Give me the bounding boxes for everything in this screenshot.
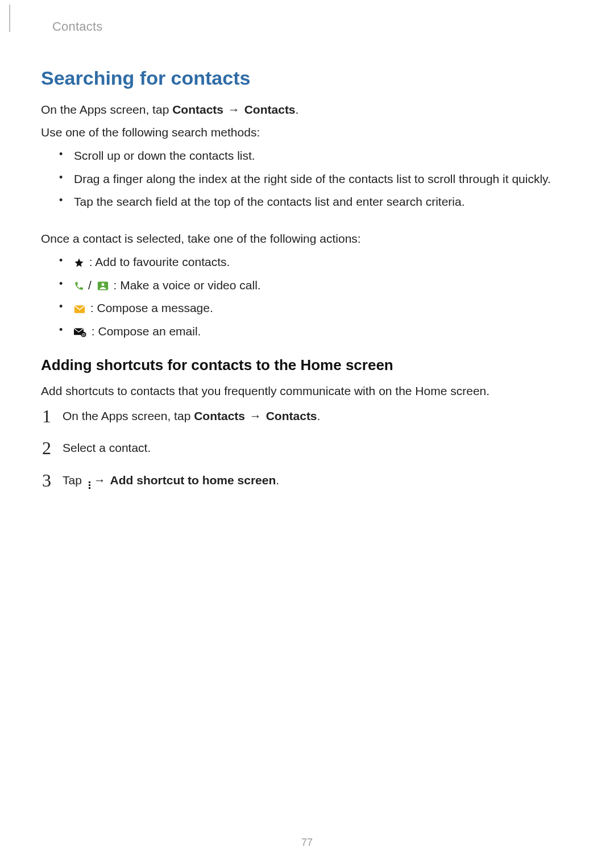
list-item-message: : Compose a message. bbox=[58, 299, 573, 318]
arrow-icon: → bbox=[246, 409, 265, 422]
search-methods-intro: Use one of the following search methods: bbox=[41, 123, 573, 142]
step-number: 2 bbox=[42, 439, 63, 457]
actions-list: : Add to favourite contacts. / : Make a … bbox=[58, 253, 573, 340]
list-item-call: / : Make a voice or video call. bbox=[58, 276, 573, 295]
intro-pre: On the Apps screen, tap bbox=[41, 103, 172, 116]
step3-post: . bbox=[276, 474, 279, 487]
arrow-icon: → bbox=[225, 103, 243, 116]
video-call-icon bbox=[97, 281, 109, 291]
phone-icon bbox=[74, 281, 84, 291]
list-item: Drag a finger along the index at the rig… bbox=[58, 170, 573, 189]
search-methods-list: Scroll up or down the contacts list. Dra… bbox=[58, 147, 573, 211]
more-options-icon bbox=[89, 481, 90, 489]
email-icon: @ bbox=[74, 328, 86, 337]
step2-text: Select a contact. bbox=[63, 439, 151, 458]
subsection-title: Adding shortcuts for contacts to the Hom… bbox=[41, 356, 573, 374]
step3-pre: Tap bbox=[63, 474, 82, 487]
header-tick-mark bbox=[9, 5, 10, 32]
chapter-header: Contacts bbox=[52, 19, 573, 34]
intro-line: On the Apps screen, tap Contacts → Conta… bbox=[41, 101, 573, 119]
action-email-text: : Compose an email. bbox=[88, 325, 201, 338]
action-favourite-text: : Add to favourite contacts. bbox=[86, 255, 230, 268]
step-3: 3 Tap → Add shortcut to home screen. bbox=[42, 469, 573, 491]
arrow-icon: → bbox=[94, 474, 109, 487]
step-number: 3 bbox=[42, 471, 63, 489]
section-title: Searching for contacts bbox=[41, 67, 573, 89]
subsection-intro: Add shortcuts to contacts that you frequ… bbox=[41, 382, 573, 400]
step-number: 1 bbox=[42, 407, 63, 425]
step3-bold: Add shortcut to home screen bbox=[110, 474, 276, 487]
svg-text:@: @ bbox=[81, 333, 85, 337]
list-item: Tap the search field at the top of the c… bbox=[58, 193, 573, 211]
step-2: 2 Select a contact. bbox=[42, 437, 573, 458]
actions-intro: Once a contact is selected, take one of … bbox=[41, 230, 573, 248]
step1-post: . bbox=[317, 409, 321, 422]
svg-point-1 bbox=[101, 283, 104, 286]
step-1: 1 On the Apps screen, tap Contacts → Con… bbox=[42, 405, 573, 426]
intro-nav1: Contacts bbox=[172, 103, 223, 116]
step1-nav1: Contacts bbox=[194, 409, 245, 422]
steps-list: 1 On the Apps screen, tap Contacts → Con… bbox=[42, 405, 573, 491]
star-icon bbox=[74, 258, 84, 268]
separator: / bbox=[88, 279, 92, 292]
list-item-email: @ : Compose an email. bbox=[58, 322, 573, 341]
step1-nav2: Contacts bbox=[266, 409, 317, 422]
intro-post: . bbox=[296, 103, 299, 116]
action-message-text: : Compose a message. bbox=[87, 301, 213, 314]
list-item-favourite: : Add to favourite contacts. bbox=[58, 253, 573, 272]
message-icon bbox=[74, 305, 85, 314]
step1-pre: On the Apps screen, tap bbox=[63, 409, 194, 422]
list-item: Scroll up or down the contacts list. bbox=[58, 147, 573, 165]
intro-nav2: Contacts bbox=[244, 103, 296, 116]
page-number: 77 bbox=[0, 837, 614, 849]
action-call-text: : Make a voice or video call. bbox=[110, 279, 261, 292]
